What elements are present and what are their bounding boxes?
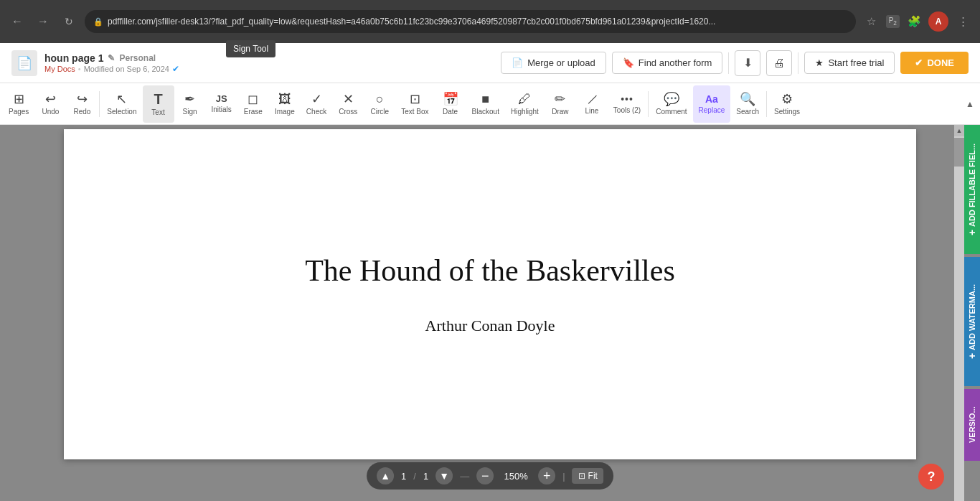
print-button[interactable]: 🖨 [766, 50, 792, 76]
circle-icon: ○ [376, 93, 384, 106]
add-watermark-panel[interactable]: + ADD WATERMA... [964, 257, 980, 386]
tool-image[interactable]: 🖼 Image [269, 85, 301, 123]
extension-badge[interactable]: P2 [886, 15, 900, 28]
help-button[interactable]: ? [918, 464, 944, 490]
tool-comment[interactable]: 💬 Comment [650, 85, 692, 123]
merge-upload-button[interactable]: 📄 Merge or upload [501, 52, 606, 74]
line-icon: — [584, 90, 600, 107]
add-watermark-icon: + [966, 353, 978, 359]
bookmark-button[interactable]: ☆ [862, 11, 882, 32]
tool-line[interactable]: — Line [576, 85, 608, 123]
zoom-level-text: 150% [501, 471, 531, 482]
find-form-button[interactable]: 🔖 Find another form [612, 52, 723, 74]
initials-label: Initials [212, 106, 232, 113]
toolbar-divider-3 [766, 91, 767, 117]
add-fillable-panel[interactable]: + ADD FILLABLE FIEL... [964, 125, 980, 254]
tool-circle[interactable]: ○ Circle [364, 85, 395, 123]
toolbar-collapse[interactable]: ▲ [966, 99, 977, 109]
scroll-up-button[interactable]: ▲ [954, 125, 964, 136]
start-trial-button[interactable]: ★ Start free trial [804, 52, 895, 74]
pdf-author: Arthur Conan Doyle [425, 317, 555, 335]
toolbar: ⊞ Pages ↩ Undo ↪ Redo ↖ Selection T Text… [0, 83, 980, 125]
draw-icon: ✏ [555, 93, 565, 106]
back-button[interactable]: ← [7, 11, 27, 32]
scrollbar[interactable]: ▲ [954, 125, 964, 501]
undo-label: Undo [42, 108, 59, 116]
tool-check[interactable]: ✓ Check [301, 85, 332, 123]
verified-icon: ✔ [172, 64, 179, 74]
zoom-page-down-button[interactable]: ▼ [435, 467, 453, 484]
star-icon: ★ [815, 57, 824, 68]
blackout-label: Blackout [472, 108, 499, 116]
done-label: DONE [927, 57, 954, 68]
add-fillable-text: ADD FILLABLE FIEL... [968, 144, 976, 227]
tool-text[interactable]: T Text [143, 85, 174, 123]
tool-cross[interactable]: ✕ Cross [332, 85, 364, 123]
fit-button[interactable]: ⊡ Fit [573, 468, 603, 484]
highlight-label: Highlight [511, 108, 539, 116]
version-panel[interactable]: VERSIO... [964, 389, 980, 461]
done-button[interactable]: ✔ DONE [900, 52, 969, 74]
tool-blackout[interactable]: ■ Blackout [466, 85, 505, 123]
search-icon: 🔍 [740, 93, 755, 106]
browser-chrome: ← → ↻ 🔒 pdffiller.com/jsfiller-desk13/?f… [0, 0, 980, 43]
initials-icon: JS [216, 94, 227, 103]
fit-label: Fit [588, 471, 598, 481]
date-icon: 📅 [443, 93, 458, 106]
doc-icon: 📄 [11, 50, 37, 76]
profile-button[interactable]: A [928, 11, 948, 32]
find-label: Find another form [639, 57, 712, 68]
line-label: Line [585, 107, 598, 115]
selection-icon: ↖ [116, 93, 127, 106]
pages-label: Pages [9, 108, 29, 116]
circle-label: Circle [370, 108, 389, 116]
address-bar[interactable]: 🔒 pdffiller.com/jsfiller-desk13/?flat_pd… [85, 10, 856, 33]
zoom-in-button[interactable]: + [538, 467, 555, 484]
tool-redo[interactable]: ↪ Redo [66, 85, 98, 123]
tool-erase[interactable]: ◻ Erase [237, 85, 269, 123]
forward-button[interactable]: → [33, 11, 53, 32]
tool-highlight[interactable]: 🖊 Highlight [505, 85, 545, 123]
tool-selection[interactable]: ↖ Selection [101, 85, 142, 123]
redo-label: Redo [73, 108, 90, 116]
doc-title-row: houn page 1 ✎ Personal [44, 52, 494, 64]
tool-settings[interactable]: ⚙ Settings [768, 85, 806, 123]
tool-textbox[interactable]: ⊡ Text Box [395, 85, 434, 123]
tool-pages[interactable]: ⊞ Pages [3, 85, 34, 123]
settings-icon: ⚙ [781, 93, 793, 106]
add-watermark-text: ADD WATERMA... [968, 284, 976, 350]
tool-undo[interactable]: ↩ Undo [34, 85, 66, 123]
modified-text: Modified on Sep 6, 2024 [84, 65, 169, 73]
app-header: 📄 houn page 1 ✎ Personal My Docs • Modif… [0, 43, 980, 83]
fit-icon: ⊡ [578, 471, 585, 481]
doc-meta: My Docs • Modified on Sep 6, 2024 ✔ [44, 64, 494, 74]
zoom-out-button[interactable]: − [476, 467, 494, 484]
redo-icon: ↪ [77, 93, 88, 106]
current-page: 1 [401, 471, 406, 482]
refresh-button[interactable]: ↻ [59, 11, 79, 32]
total-pages: 1 [423, 471, 428, 482]
pdf-area: The Hound of the Baskervilles Arthur Con… [0, 125, 980, 501]
merge-label: Merge or upload [527, 57, 595, 68]
tool-date[interactable]: 📅 Date [435, 85, 466, 123]
comment-icon: 💬 [664, 93, 679, 106]
tool-sign[interactable]: ✒ Sign [174, 85, 206, 123]
erase-icon: ◻ [248, 93, 258, 106]
edit-title-icon[interactable]: ✎ [108, 53, 115, 63]
tool-replace[interactable]: Aa Replace [693, 85, 731, 123]
textbox-label: Text Box [401, 108, 428, 116]
zoom-page-up-button[interactable]: ▲ [377, 467, 394, 484]
check-tool-icon: ✓ [311, 93, 322, 106]
find-icon: 🔖 [623, 57, 634, 68]
right-sidebar: + ADD FILLABLE FIEL... + ADD WATERMA... … [964, 125, 980, 501]
selection-label: Selection [107, 108, 136, 116]
download-button[interactable]: ⬇ [735, 50, 760, 76]
extensions-button[interactable]: 🧩 [904, 11, 924, 32]
my-docs-link[interactable]: My Docs [44, 65, 75, 73]
tool-initials[interactable]: JS Initials [206, 85, 237, 123]
scroll-thumb[interactable] [954, 138, 964, 167]
tool-draw[interactable]: ✏ Draw [545, 85, 576, 123]
tool-search[interactable]: 🔍 Search [730, 85, 765, 123]
menu-button[interactable]: ⋮ [953, 11, 973, 32]
tool-tools2[interactable]: ••• Tools (2) [608, 85, 646, 123]
